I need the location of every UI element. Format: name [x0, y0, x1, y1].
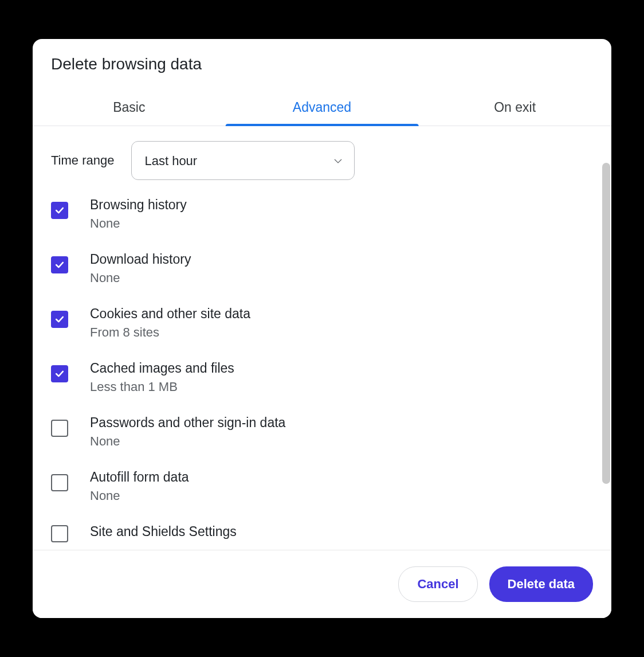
checkmark-icon: [54, 314, 65, 325]
item-label: Passwords and other sign-in data: [90, 415, 285, 431]
checkmark-icon: [54, 259, 65, 271]
tab-on-exit[interactable]: On exit: [418, 89, 611, 126]
delete-browsing-data-dialog: Delete browsing data Basic Advanced On e…: [33, 39, 611, 618]
delete-data-button[interactable]: Delete data: [489, 566, 593, 602]
item-label: Download history: [90, 252, 191, 267]
checkmark-icon: [54, 368, 65, 380]
item-label: Autofill form data: [90, 470, 189, 485]
list-item: Site and Shields Settings: [51, 524, 593, 542]
dialog-title: Delete browsing data: [33, 39, 611, 73]
item-sub: None: [90, 271, 191, 286]
item-sub: None: [90, 434, 285, 449]
item-text: Cached images and files Less than 1 MB: [90, 361, 234, 394]
item-label: Cached images and files: [90, 361, 234, 376]
scrollbar[interactable]: [602, 163, 610, 484]
item-text: Site and Shields Settings: [90, 524, 237, 539]
item-text: Autofill form data None: [90, 470, 189, 503]
item-sub: None: [90, 216, 187, 231]
time-range-label: Time range: [51, 153, 114, 168]
tab-basic[interactable]: Basic: [33, 89, 226, 126]
item-text: Passwords and other sign-in data None: [90, 415, 285, 449]
checkbox-passwords[interactable]: [51, 420, 68, 437]
checkbox-autofill[interactable]: [51, 474, 68, 491]
tab-advanced[interactable]: Advanced: [226, 89, 419, 126]
checkbox-site-shields[interactable]: [51, 525, 68, 542]
item-sub: From 8 sites: [90, 325, 250, 340]
time-range-select[interactable]: Last hour: [131, 141, 355, 180]
checkbox-cached-images[interactable]: [51, 365, 68, 382]
list-item: Browsing history None: [51, 197, 593, 231]
item-text: Cookies and other site data From 8 sites: [90, 306, 250, 340]
checkbox-download-history[interactable]: [51, 256, 68, 273]
list-item: Cached images and files Less than 1 MB: [51, 361, 593, 394]
list-item: Passwords and other sign-in data None: [51, 415, 593, 449]
tabs: Basic Advanced On exit: [33, 89, 611, 126]
items-list: Browsing history None Download history N…: [51, 197, 593, 542]
item-text: Browsing history None: [90, 197, 187, 231]
list-item: Cookies and other site data From 8 sites: [51, 306, 593, 340]
checkbox-browsing-history[interactable]: [51, 202, 68, 219]
item-label: Site and Shields Settings: [90, 524, 237, 539]
checkmark-icon: [54, 205, 65, 216]
cancel-button[interactable]: Cancel: [398, 566, 477, 602]
time-range-row: Time range Last hour: [51, 141, 593, 180]
item-label: Browsing history: [90, 197, 187, 213]
item-sub: Less than 1 MB: [90, 380, 234, 394]
dialog-content: Time range Last hour Browsing history No…: [33, 126, 611, 550]
item-text: Download history None: [90, 252, 191, 286]
item-label: Cookies and other site data: [90, 306, 250, 322]
dialog-footer: Cancel Delete data: [33, 550, 611, 618]
checkbox-cookies[interactable]: [51, 311, 68, 328]
item-sub: None: [90, 488, 189, 503]
list-item: Autofill form data None: [51, 470, 593, 503]
time-range-select-wrap: Last hour: [131, 141, 355, 180]
list-item: Download history None: [51, 252, 593, 286]
